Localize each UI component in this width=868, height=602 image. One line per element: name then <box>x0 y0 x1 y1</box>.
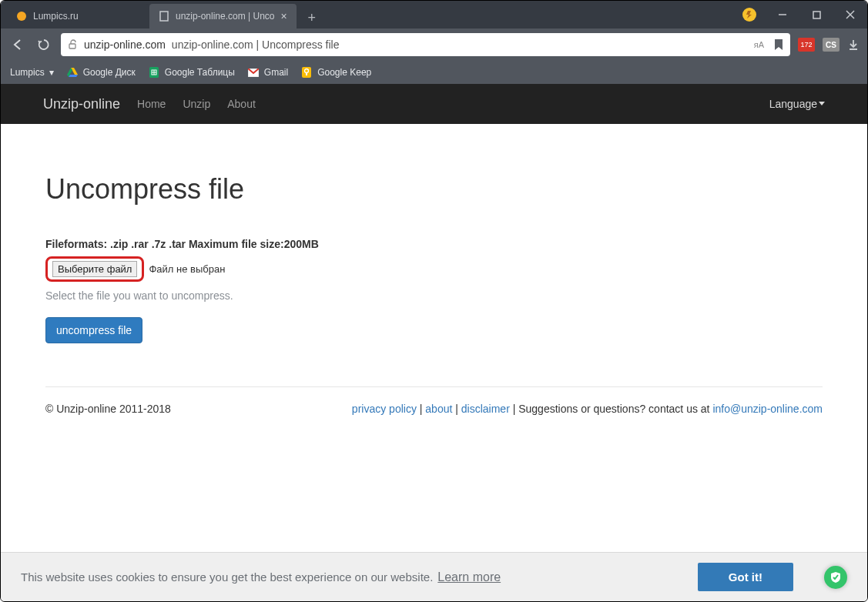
bookmarks-bar: Lumpics ▾ Google Диск Google Таблицы Gma… <box>1 61 867 84</box>
suggestions-text: | Suggestions or questions? contact us a… <box>510 403 713 415</box>
tab-title: unzip-online.com | Unco <box>176 11 275 22</box>
close-window-button[interactable] <box>833 1 867 28</box>
svg-rect-6 <box>69 44 75 48</box>
bookmark-label: Google Диск <box>83 67 136 78</box>
sep: | <box>417 403 425 415</box>
address-trailers: яА <box>754 38 784 51</box>
new-tab-button[interactable]: + <box>301 7 323 28</box>
site-navbar: Unzip-online Home Unzip About Language <box>1 84 867 124</box>
sheets-icon <box>148 66 160 79</box>
bookmark-lumpics[interactable]: Lumpics ▾ <box>10 67 54 78</box>
cookie-bar: This website uses cookies to ensure you … <box>1 552 867 601</box>
page-footer: © Unzip-online 2011-2018 privacy policy … <box>1 403 867 415</box>
browser-nav-bar: unzip-online.com unzip-online.com | Unco… <box>1 28 867 61</box>
cookie-text: This website uses cookies to ensure you … <box>21 570 433 584</box>
bookmark-gmail[interactable]: Gmail <box>247 66 288 79</box>
formats-line: Fileformats: .zip .rar .7z .tar Maximum … <box>45 238 823 250</box>
cookie-learn-more[interactable]: Learn more <box>437 570 501 584</box>
nav-link-unzip[interactable]: Unzip <box>183 98 210 110</box>
file-row: Выберите файл Файл не выбран <box>45 256 823 282</box>
copyright: © Unzip-online 2011-2018 <box>45 403 171 415</box>
choose-file-highlight: Выберите файл <box>45 256 144 282</box>
footer-links: privacy policy | about | disclaimer | Su… <box>352 403 823 415</box>
page-content: Uncompress file Fileformats: .zip .rar .… <box>1 124 867 387</box>
close-icon[interactable]: × <box>281 10 287 22</box>
link-email[interactable]: info@unzip-online.com <box>712 403 823 415</box>
svg-rect-14 <box>306 73 307 75</box>
drive-icon <box>66 66 79 79</box>
page-title: Uncompress file <box>45 173 823 206</box>
gmail-icon <box>247 66 260 79</box>
site-brand[interactable]: Unzip-online <box>43 96 120 112</box>
reload-button[interactable] <box>35 35 53 54</box>
tab-title: Lumpics.ru <box>33 11 79 22</box>
svg-rect-3 <box>813 12 820 18</box>
helper-text: Select the file you want to uncompress. <box>45 289 823 302</box>
bookmark-google-keep[interactable]: Google Keep <box>300 66 371 79</box>
language-label: Language <box>769 98 817 110</box>
uncompress-button[interactable]: uncompress file <box>45 317 142 343</box>
sep: | <box>452 403 461 415</box>
bookmark-google-sheets[interactable]: Google Таблицы <box>148 66 235 79</box>
bookmark-label: Gmail <box>264 67 288 78</box>
divider <box>45 386 823 387</box>
browser-tab-active[interactable]: unzip-online.com | Unco × <box>149 4 297 28</box>
bookmark-label: Google Keep <box>317 67 371 78</box>
address-title: unzip-online.com | Uncompress file <box>172 38 340 51</box>
caret-down-icon <box>819 102 825 106</box>
back-button[interactable] <box>8 35 27 54</box>
downloads-icon[interactable] <box>847 38 860 51</box>
window-controls <box>742 1 867 28</box>
address-domain: unzip-online.com <box>84 38 166 51</box>
browser-tab-strip: Lumpics.ru unzip-online.com | Unco × + <box>1 1 867 28</box>
choose-file-button[interactable]: Выберите файл <box>52 261 137 277</box>
minimize-button[interactable] <box>766 1 799 28</box>
svg-point-0 <box>17 12 26 21</box>
maximize-button[interactable] <box>799 1 833 28</box>
extension-icon[interactable] <box>742 8 756 22</box>
bookmark-icon[interactable] <box>773 38 784 51</box>
cs-extension-icon[interactable]: CS <box>823 38 840 52</box>
nav-link-about[interactable]: About <box>227 98 256 110</box>
cookie-accept-button[interactable]: Got it! <box>698 563 793 591</box>
lock-icon <box>67 39 78 50</box>
favicon-page-icon <box>159 11 169 22</box>
nav-link-home[interactable]: Home <box>137 98 166 110</box>
bookmark-label: Lumpics <box>10 67 45 78</box>
chevron-down-icon: ▾ <box>49 67 54 78</box>
no-file-label: Файл не выбран <box>149 263 225 275</box>
keep-icon <box>300 66 313 79</box>
link-privacy[interactable]: privacy policy <box>352 403 417 415</box>
svg-rect-1 <box>160 12 168 21</box>
shield-icon[interactable] <box>824 566 847 589</box>
translate-icon[interactable]: яА <box>754 40 764 49</box>
link-disclaimer[interactable]: disclaimer <box>461 403 510 415</box>
bookmark-label: Google Таблицы <box>165 67 235 78</box>
favicon-lumpics <box>16 11 27 22</box>
browser-tab-inactive[interactable]: Lumpics.ru <box>7 4 149 28</box>
bookmark-google-drive[interactable]: Google Диск <box>66 66 136 79</box>
language-dropdown[interactable]: Language <box>769 98 825 110</box>
address-bar[interactable]: unzip-online.com unzip-online.com | Unco… <box>61 33 790 56</box>
link-about[interactable]: about <box>425 403 452 415</box>
calendar-extension-icon[interactable]: 172 <box>798 38 815 52</box>
